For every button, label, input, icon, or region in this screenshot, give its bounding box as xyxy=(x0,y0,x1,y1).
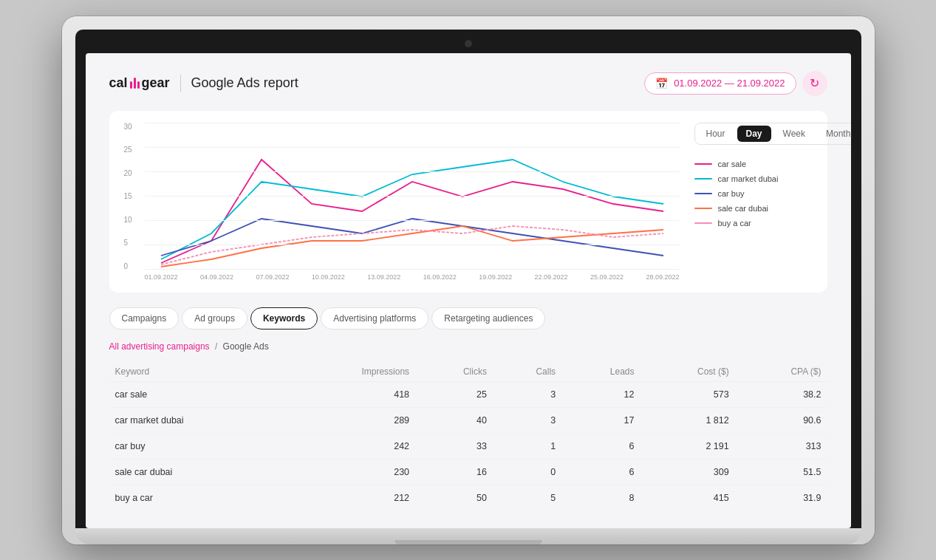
cell-keyword: car buy xyxy=(109,433,285,459)
date-range-text: 01.09.2022 — 21.09.2022 xyxy=(674,78,785,89)
legend-line-car-market-dubai xyxy=(694,178,712,180)
toggle-month[interactable]: Month xyxy=(817,126,851,142)
chart-area: 30 25 20 15 10 5 0 xyxy=(109,111,827,293)
cell-cost: 1 812 xyxy=(640,407,734,433)
toggle-hour[interactable]: Hour xyxy=(697,126,734,142)
col-impressions: Impressions xyxy=(285,362,415,382)
cell-leads: 8 xyxy=(561,485,640,511)
y-label-30: 30 xyxy=(124,123,132,131)
cell-impressions: 242 xyxy=(285,433,415,459)
cell-cost: 573 xyxy=(640,381,734,407)
x-label-04: 04.09.2022 xyxy=(200,273,233,281)
screen-bezel: cal gear Google Ads report 📅 01.09.20 xyxy=(75,30,861,528)
legend-car-buy: car buy xyxy=(694,189,813,198)
cell-keyword: sale car dubai xyxy=(109,459,285,485)
header: cal gear Google Ads report 📅 01.09.20 xyxy=(109,71,827,96)
cell-leads: 17 xyxy=(561,407,640,433)
col-calls: Calls xyxy=(493,362,561,382)
calendar-icon: 📅 xyxy=(655,78,668,89)
app-content: cal gear Google Ads report 📅 01.09.20 xyxy=(86,53,851,528)
logo-right: gear xyxy=(142,75,170,91)
time-toggles: Hour Day Week Month xyxy=(694,123,851,145)
cell-keyword: buy a car xyxy=(109,485,285,511)
col-cost: Cost ($) xyxy=(640,362,734,382)
table-row: sale car dubai 230 16 0 6 309 51.5 xyxy=(109,459,827,485)
legend-sale-car-dubai: sale car dubai xyxy=(694,204,813,213)
table-row: car market dubai 289 40 3 17 1 812 90.6 xyxy=(109,407,827,433)
cell-cost: 2 191 xyxy=(640,433,734,459)
breadcrumb-link[interactable]: All advertising campaigns xyxy=(109,341,210,352)
cell-leads: 6 xyxy=(561,459,640,485)
cell-cost: 309 xyxy=(640,459,734,485)
legend-line-car-buy xyxy=(694,193,712,194)
cell-calls: 3 xyxy=(493,407,561,433)
cell-clicks: 40 xyxy=(415,407,493,433)
cell-cpa: 38.2 xyxy=(735,381,827,407)
x-label-16: 16.09.2022 xyxy=(423,273,457,281)
chart-main: 30 25 20 15 10 5 0 xyxy=(124,123,680,281)
x-label-10: 10.09.2022 xyxy=(312,273,345,281)
camera xyxy=(465,40,472,47)
chart-right: Hour Day Week Month car sale xyxy=(694,123,813,281)
tabs-row: Campaigns Ad groups Keywords Advertising… xyxy=(109,307,827,329)
col-leads: Leads xyxy=(561,362,640,382)
cell-clicks: 50 xyxy=(415,485,493,511)
toggle-week[interactable]: Week xyxy=(774,126,814,142)
y-label-25: 25 xyxy=(124,146,132,154)
cell-cost: 415 xyxy=(640,485,734,511)
legend-label-car-buy: car buy xyxy=(718,189,745,198)
toggle-day[interactable]: Day xyxy=(737,126,771,142)
breadcrumb-separator: / xyxy=(215,341,217,352)
x-label-22: 22.09.2022 xyxy=(535,273,568,281)
chart-legend: car sale car market dubai car buy xyxy=(694,160,813,228)
tab-ad-groups[interactable]: Ad groups xyxy=(182,307,247,329)
cell-cpa: 313 xyxy=(735,433,827,459)
legend-line-sale-car-dubai xyxy=(694,208,712,209)
table-row: car buy 242 33 1 6 2 191 313 xyxy=(109,433,827,459)
cell-cpa: 90.6 xyxy=(735,407,827,433)
tab-campaigns[interactable]: Campaigns xyxy=(109,307,180,329)
chart-svg xyxy=(145,123,680,270)
y-label-20: 20 xyxy=(124,169,132,177)
legend-label-car-market-dubai: car market dubai xyxy=(718,174,779,183)
cell-cpa: 31.9 xyxy=(735,485,827,511)
cell-impressions: 212 xyxy=(285,485,415,511)
x-label-07: 07.09.2022 xyxy=(256,273,289,281)
cell-impressions: 289 xyxy=(285,407,415,433)
page-title: Google Ads report xyxy=(191,75,298,91)
legend-car-sale: car sale xyxy=(694,160,813,168)
data-table: Keyword Impressions Clicks Calls Leads C… xyxy=(109,362,827,511)
tab-advertising-platforms[interactable]: Advertising platforms xyxy=(321,307,428,329)
col-keyword: Keyword xyxy=(109,362,285,382)
screen: cal gear Google Ads report 📅 01.09.20 xyxy=(86,53,851,528)
legend-label-sale-car-dubai: sale car dubai xyxy=(718,204,769,213)
logo-left: cal xyxy=(109,75,128,91)
cell-impressions: 230 xyxy=(285,459,415,485)
cell-keyword: car market dubai xyxy=(109,407,285,433)
chart-wrapper: 30 25 20 15 10 5 0 xyxy=(124,123,680,270)
logo: cal gear xyxy=(109,75,170,91)
date-range-badge[interactable]: 📅 01.09.2022 — 21.09.2022 xyxy=(644,72,796,95)
breadcrumb: All advertising campaigns / Google Ads xyxy=(109,341,827,352)
x-labels: 01.09.2022 04.09.2022 07.09.2022 10.09.2… xyxy=(124,273,680,281)
y-label-5: 5 xyxy=(124,239,132,247)
cell-impressions: 418 xyxy=(285,381,415,407)
col-clicks: Clicks xyxy=(415,362,493,382)
tab-keywords[interactable]: Keywords xyxy=(250,307,318,329)
legend-label-buy-a-car: buy a car xyxy=(718,219,751,228)
x-label-28: 28.09.2022 xyxy=(646,273,679,281)
table-header-row: Keyword Impressions Clicks Calls Leads C… xyxy=(109,362,827,382)
laptop-frame: cal gear Google Ads report 📅 01.09.20 xyxy=(62,16,875,544)
y-label-15: 15 xyxy=(124,192,132,200)
legend-label-car-sale: car sale xyxy=(718,160,747,168)
cell-clicks: 25 xyxy=(415,381,493,407)
cell-calls: 5 xyxy=(493,485,561,511)
refresh-button[interactable]: ↻ xyxy=(802,71,827,96)
logo-bars-icon xyxy=(130,78,140,89)
legend-buy-a-car: buy a car xyxy=(694,219,813,228)
x-label-01: 01.09.2022 xyxy=(145,273,178,281)
tab-retargeting-audiences[interactable]: Retargeting audiences xyxy=(431,307,545,329)
y-label-10: 10 xyxy=(124,216,132,224)
logo-area: cal gear Google Ads report xyxy=(109,75,298,92)
legend-car-market-dubai: car market dubai xyxy=(694,174,813,183)
